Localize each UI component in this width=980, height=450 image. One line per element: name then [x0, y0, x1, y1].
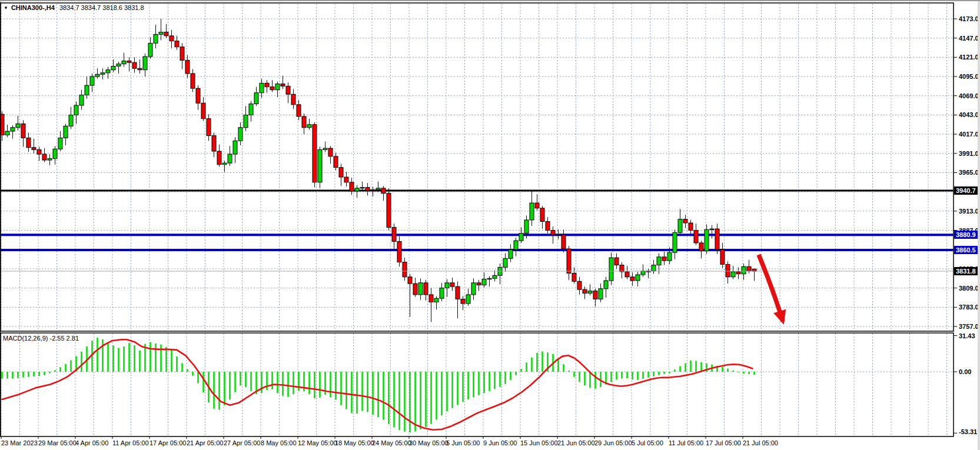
candle[interactable] [689, 223, 693, 231]
candle[interactable] [5, 131, 9, 135]
candle[interactable] [429, 295, 433, 302]
candle[interactable] [524, 220, 529, 234]
candle[interactable] [222, 163, 227, 165]
candle[interactable] [705, 229, 709, 251]
candle[interactable] [387, 194, 391, 228]
candle[interactable] [572, 273, 576, 281]
candle[interactable] [625, 272, 629, 277]
candle[interactable] [562, 235, 566, 249]
candle[interactable] [318, 150, 322, 182]
candle[interactable] [37, 150, 41, 155]
candle[interactable] [360, 188, 364, 188]
candle[interactable] [742, 266, 746, 274]
candle[interactable] [456, 286, 460, 299]
candle[interactable] [371, 189, 375, 190]
candle[interactable] [159, 32, 163, 35]
candle[interactable] [551, 231, 555, 235]
candle[interactable] [747, 266, 751, 271]
candle[interactable] [599, 289, 603, 299]
candle[interactable] [339, 168, 343, 177]
candle[interactable] [323, 148, 327, 150]
price-chart-canvas[interactable] [0, 1, 980, 450]
candle[interactable] [567, 249, 571, 273]
candle[interactable] [111, 66, 115, 69]
candle[interactable] [477, 283, 481, 285]
candle[interactable] [201, 103, 205, 118]
candle[interactable] [154, 34, 158, 43]
candle[interactable] [630, 277, 634, 281]
candle[interactable] [604, 281, 608, 289]
candle[interactable] [694, 231, 698, 243]
candle[interactable] [21, 124, 25, 138]
candle[interactable] [424, 283, 428, 295]
candle[interactable] [392, 228, 396, 242]
candle[interactable] [58, 138, 62, 149]
candle[interactable] [514, 241, 518, 249]
candle[interactable] [614, 258, 619, 265]
price-tag-resistance-black[interactable]: 3940.7 [954, 186, 979, 195]
candle[interactable] [418, 283, 423, 295]
candle[interactable] [260, 83, 264, 92]
candle[interactable] [175, 41, 179, 47]
candle[interactable] [207, 119, 211, 136]
candle[interactable] [212, 136, 216, 151]
candle[interactable] [540, 208, 544, 222]
candle[interactable] [302, 116, 306, 128]
candle[interactable] [238, 128, 242, 141]
candle[interactable] [413, 284, 417, 295]
candle[interactable] [64, 126, 68, 138]
candle[interactable] [471, 283, 476, 295]
candle[interactable] [726, 264, 730, 276]
candle[interactable] [16, 124, 20, 128]
candle[interactable] [720, 249, 725, 264]
candle[interactable] [593, 291, 597, 299]
candle[interactable] [265, 83, 269, 86]
candle[interactable] [281, 84, 285, 86]
candle[interactable] [736, 272, 740, 274]
price-tag-zone-top-blue[interactable]: 3880.9 [954, 231, 979, 239]
candle[interactable] [233, 141, 237, 154]
trend-arrow[interactable] [759, 255, 783, 321]
candle[interactable] [334, 156, 338, 168]
candle[interactable] [217, 151, 221, 165]
candle[interactable] [577, 281, 582, 289]
candle[interactable] [403, 262, 407, 277]
candle[interactable] [275, 84, 280, 90]
candle[interactable] [636, 275, 640, 281]
candle[interactable] [143, 56, 147, 70]
candle[interactable] [101, 73, 105, 75]
candle[interactable] [328, 148, 333, 156]
candle[interactable] [493, 275, 497, 278]
candle[interactable] [270, 87, 274, 90]
candle[interactable] [138, 68, 142, 70]
candle[interactable] [196, 88, 200, 103]
candle[interactable] [710, 229, 714, 229]
candle[interactable] [397, 241, 401, 262]
candle[interactable] [350, 182, 354, 191]
candle[interactable] [170, 36, 174, 41]
candle[interactable] [366, 188, 370, 191]
candle[interactable] [32, 148, 36, 150]
candle[interactable] [440, 288, 444, 299]
candle[interactable] [641, 271, 645, 275]
candle[interactable] [53, 149, 57, 158]
candle[interactable] [583, 289, 587, 293]
candle[interactable] [466, 295, 470, 304]
candle[interactable] [244, 115, 248, 127]
candle[interactable] [434, 298, 438, 302]
candle[interactable] [752, 269, 756, 271]
candle[interactable] [461, 299, 465, 304]
candle[interactable] [122, 61, 126, 64]
candle[interactable] [683, 219, 687, 223]
candle[interactable] [127, 61, 131, 63]
candle[interactable] [117, 64, 121, 66]
candle[interactable] [48, 159, 52, 161]
candle[interactable] [291, 94, 295, 105]
candle[interactable] [699, 243, 703, 251]
candle[interactable] [519, 234, 523, 241]
candle[interactable] [556, 235, 560, 235]
candle[interactable] [249, 104, 253, 115]
candle[interactable] [69, 115, 73, 126]
candle[interactable] [26, 138, 31, 147]
candle[interactable] [185, 60, 190, 74]
